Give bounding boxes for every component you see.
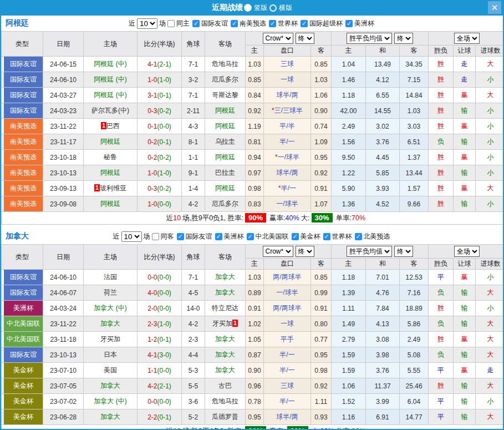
table-header-row-1: 类型日期主场比分(半场)角球客场Crow*终胜平负均值终全场 [2, 245, 504, 259]
away-odds: 0.80 [311, 316, 332, 332]
avg-type-select[interactable]: 胜平负均值 [347, 246, 392, 257]
handicap-text: 一/球半 [278, 153, 299, 161]
odds-time-select[interactable]: 终 [296, 33, 314, 44]
avg-draw-odds: 6.55 [366, 88, 400, 103]
halftime-score: (1-0) [157, 320, 171, 328]
away-team: 阿根廷 [205, 181, 246, 196]
competition-badge: 南美预选 [4, 150, 43, 165]
goals-result-cell: 大 [476, 57, 504, 72]
avg-type-select[interactable]: 胜平负均值 [347, 33, 392, 44]
competition-badge: 国际友谊 [4, 285, 43, 300]
same-venue-checkbox[interactable] [152, 233, 159, 240]
handicap-cell: 半/一 [264, 134, 311, 150]
score-cell: 0-3(0-2) [138, 103, 182, 119]
radio-unselected-icon[interactable] [269, 4, 277, 12]
competition-checkbox[interactable]: ✓ [192, 20, 200, 27]
handicap-text: 两/两球半 [273, 273, 301, 281]
handicap-result-cell: 赢 [454, 363, 476, 378]
home-team: 加拿大 [84, 378, 138, 394]
radio-selected-icon[interactable] [244, 4, 252, 12]
avg-home-odds: 5.90 [332, 181, 366, 196]
handicap-cell: 三球 [264, 57, 311, 72]
recent-count-select[interactable]: 10 [121, 231, 142, 242]
home-team: 加拿大 [84, 316, 138, 332]
away-team: 巴拉圭 [205, 165, 246, 181]
competition-checkbox[interactable]: ✓ [323, 233, 330, 240]
goals-result-cell: 大 [476, 88, 504, 103]
away-team: 加拿大 [205, 332, 246, 347]
away-odds: 0.77 [311, 332, 332, 347]
corners-cell: 9-1 [182, 165, 205, 181]
fulltime-score: 0-3 [147, 185, 157, 193]
avg-time-select[interactable]: 终 [394, 246, 413, 257]
column-header: 比分(半场) [138, 32, 182, 57]
competition-checkbox[interactable]: ✓ [177, 233, 184, 240]
halftime-score: (0-0) [157, 200, 171, 208]
handicap-result-cell: 赢 [454, 270, 476, 285]
competition-label: 国际友谊 [186, 232, 212, 241]
same-venue-checkbox[interactable] [167, 20, 175, 27]
match-row: 美金杯23-07-10美国1-1(0-0)5-3加拿大0.90半/一0.981.… [2, 363, 504, 378]
odds-time-select[interactable]: 终 [296, 246, 314, 257]
goals-result-cell: 大 [476, 378, 504, 394]
match-row: 国际友谊23-10-13日本4-1(3-0)4-4加拿大0.87半/一0.951… [2, 347, 504, 363]
away-team: 牙买加1 [205, 316, 246, 332]
competition-checkbox[interactable]: ✓ [355, 233, 362, 240]
section-filter-bar: 阿根廷近10场同主✓国际友谊✓南美预选✓世界杯✓国际超级杯✓美洲杯 [1, 16, 503, 31]
result-cell: 胜 [429, 332, 454, 347]
avg-home-odds: 1.18 [332, 88, 366, 103]
competition-cell: 美金杯 [2, 394, 43, 409]
odds-company-select[interactable]: Crow* [263, 246, 293, 257]
scope-dropdown-cell: 全场 [429, 245, 504, 259]
match-row: 南美预选23-10-13阿根廷1-0(1-0)9-1巴拉圭0.97球半/两0.9… [2, 165, 504, 181]
result-cell: 胜 [429, 301, 454, 316]
competition-checkbox[interactable]: ✓ [301, 20, 308, 27]
competition-label: 世界杯 [278, 19, 298, 28]
avg-home-odds: 1.11 [332, 301, 366, 316]
odds-dropdown-cell: Crow*终 [246, 245, 332, 259]
competition-cell: 国际友谊 [2, 270, 43, 285]
avg-home-odds: 1.39 [332, 285, 366, 301]
odds-company-select[interactable]: Crow* [263, 33, 293, 44]
competition-checkbox[interactable]: ✓ [247, 233, 254, 240]
avg-draw-odds: 11.37 [366, 378, 400, 394]
result-cell: 平 [429, 363, 454, 378]
score-cell: 1-0(0-0) [138, 196, 182, 212]
scope-dropdown-cell: 全场 [429, 32, 504, 45]
avg-draw-odds: 13.49 [366, 57, 400, 72]
avg-away-odds: 34.35 [400, 57, 429, 72]
competition-checkbox[interactable]: ✓ [292, 233, 299, 240]
score-cell: 0-0(0-0) [138, 394, 182, 409]
competition-checkbox[interactable]: ✓ [231, 20, 238, 27]
avg-time-select[interactable]: 终 [394, 33, 413, 44]
scope-select[interactable]: 全场 [454, 33, 480, 44]
competition-checkbox[interactable]: ✓ [215, 233, 222, 240]
home-team: 阿根廷 [84, 196, 138, 212]
home-team: 牙买加 [84, 332, 138, 347]
halftime-score: (0-0) [157, 289, 171, 297]
match-date: 24-06-10 [43, 72, 84, 88]
fulltime-score: 0-2 [147, 154, 157, 161]
table-header-row-1: 类型日期主场比分(半场)角球客场Crow*终胜平负均值终全场 [2, 32, 504, 45]
fulltime-score: 3-1 [147, 92, 157, 99]
handicap-cell: 平/半 [264, 119, 311, 134]
scope-select[interactable]: 全场 [454, 246, 480, 257]
handicap-cell: 半/一 [264, 394, 311, 409]
handicap-text: 半/一 [279, 366, 294, 374]
goals-result-cell: 大 [476, 347, 504, 363]
corners-cell: 1-4 [182, 181, 205, 196]
competition-checkbox[interactable]: ✓ [269, 20, 276, 27]
recent-count-select[interactable]: 10 [137, 18, 157, 29]
column-header: 主场 [84, 245, 138, 270]
competition-checkbox[interactable]: ✓ [345, 20, 353, 27]
fulltime-score: 4-2 [147, 382, 157, 390]
away-team: 加拿大 [205, 363, 246, 378]
close-button[interactable]: ✕ [488, 1, 501, 14]
goals-result-cell: 小 [476, 301, 504, 316]
handicap-text: 一球 [281, 320, 294, 327]
away-team: 古巴 [205, 378, 246, 394]
competition-badge: 南美预选 [4, 119, 43, 134]
handicap-text: 球半/两 [276, 91, 298, 99]
handicap-text: 三球 [281, 60, 294, 68]
home-team-name: 加拿大 [100, 382, 120, 389]
